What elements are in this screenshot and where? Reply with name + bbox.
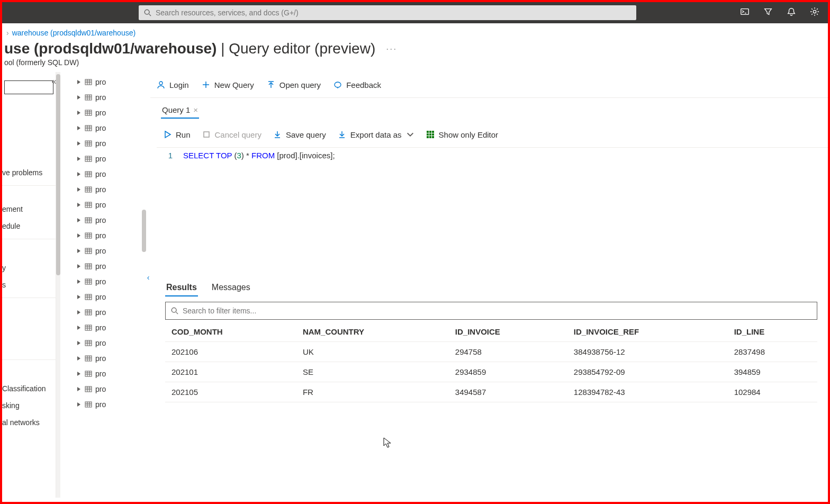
svg-rect-55 xyxy=(85,233,92,238)
page-title-row: use (prodsqldw01/warehouse) | Query edit… xyxy=(2,37,828,57)
table-node[interactable]: pro xyxy=(76,366,146,381)
cell: 102984 xyxy=(728,382,817,402)
svg-rect-120 xyxy=(204,132,209,137)
nav-item[interactable]: ve problems xyxy=(2,164,56,181)
table-node[interactable]: pro xyxy=(76,182,146,197)
svg-rect-127 xyxy=(432,131,434,133)
svg-rect-35 xyxy=(85,172,92,177)
run-button[interactable]: Run xyxy=(163,130,191,139)
code-line[interactable]: SELECT TOP (3) * FROM [prod].[invoices]; xyxy=(178,151,828,271)
table-node[interactable]: pro xyxy=(76,197,146,212)
settings-icon[interactable] xyxy=(810,7,819,19)
tab-label: Query 1 xyxy=(162,105,190,114)
table-node[interactable]: pro xyxy=(76,304,146,320)
global-search-input[interactable] xyxy=(156,8,631,17)
close-icon[interactable]: × xyxy=(193,105,198,114)
more-icon[interactable]: ··· xyxy=(386,43,397,55)
svg-rect-129 xyxy=(429,133,431,136)
cell: 202105 xyxy=(165,382,296,402)
table-node[interactable]: pro xyxy=(76,120,146,136)
global-search[interactable] xyxy=(139,5,636,20)
table-node[interactable]: pro xyxy=(76,243,146,258)
svg-rect-130 xyxy=(432,133,434,136)
cloud-shell-icon[interactable] xyxy=(740,7,750,19)
table-node[interactable]: pro xyxy=(76,151,146,166)
page-title: use (prodsqldw01/warehouse) | Query edit… xyxy=(4,40,375,57)
save-query-button[interactable]: Save query xyxy=(273,130,326,139)
table-node[interactable]: pro xyxy=(76,335,146,350)
svg-rect-20 xyxy=(85,125,92,131)
cell: 128394782-43 xyxy=(567,382,728,402)
results-filter-input[interactable] xyxy=(183,307,811,315)
nav-item[interactable]: sking xyxy=(2,397,56,414)
table-row[interactable]: 202105FR3494587128394782-43102984 xyxy=(165,382,817,402)
svg-point-115 xyxy=(159,82,163,85)
nav-item[interactable]: s xyxy=(2,276,56,293)
svg-rect-2 xyxy=(741,9,748,15)
table-node[interactable]: pro xyxy=(76,105,146,120)
table-node[interactable]: pro xyxy=(76,350,146,366)
svg-rect-125 xyxy=(427,131,429,133)
show-only-editor-button[interactable]: Show only Editor xyxy=(426,130,499,139)
table-node[interactable]: pro xyxy=(76,166,146,182)
vertical-splitter[interactable]: ‹ xyxy=(146,72,150,498)
tab-messages[interactable]: Messages xyxy=(211,280,251,296)
column-header[interactable]: ID_LINE xyxy=(728,322,817,342)
table-node[interactable]: pro xyxy=(76,89,146,105)
table-node[interactable]: pro xyxy=(76,320,146,335)
export-data-button[interactable]: Export data as xyxy=(338,130,414,139)
chevron-left-icon[interactable]: ‹ xyxy=(147,273,150,282)
table-node[interactable]: pro xyxy=(76,136,146,151)
search-icon xyxy=(171,307,178,314)
open-query-button[interactable]: Open query xyxy=(267,80,321,89)
tab-results[interactable]: Results xyxy=(165,280,198,296)
table-node[interactable]: pro xyxy=(76,381,146,397)
table-node[interactable]: pro xyxy=(76,228,146,243)
column-header[interactable]: NAM_COUNTRY xyxy=(296,322,449,342)
top-bar xyxy=(2,2,828,23)
nav-item[interactable]: Classification xyxy=(2,380,56,397)
table-node[interactable]: pro xyxy=(76,274,146,289)
login-button[interactable]: Login xyxy=(157,80,189,89)
line-gutter: 1 xyxy=(157,151,178,271)
query-tab[interactable]: Query 1 × xyxy=(161,102,199,119)
query-tabs: Query 1 × xyxy=(150,98,828,119)
table-node[interactable]: pro xyxy=(76,258,146,274)
nav-item[interactable]: y xyxy=(2,259,56,276)
table-row[interactable]: 202101SE2934859293854792-09394859 xyxy=(165,362,817,382)
results-filter[interactable] xyxy=(165,302,817,320)
nav-item[interactable]: ement xyxy=(2,201,56,218)
column-header[interactable]: COD_MONTH xyxy=(165,322,296,342)
cell: 394859 xyxy=(728,362,817,382)
breadcrumb-link[interactable]: warehouse (prodsqldw01/warehouse) xyxy=(12,29,136,37)
tree-scrollbar-right[interactable] xyxy=(142,210,146,252)
table-node[interactable]: pro xyxy=(76,397,146,412)
nav-item[interactable]: al networks xyxy=(2,414,56,431)
svg-rect-133 xyxy=(432,136,434,138)
svg-rect-100 xyxy=(85,371,92,376)
column-header[interactable]: ID_INVOICE_REF xyxy=(567,322,728,342)
svg-line-1 xyxy=(149,14,151,16)
nav-item[interactable]: edule xyxy=(2,218,56,235)
svg-rect-10 xyxy=(85,95,92,100)
cell: 202101 xyxy=(165,362,296,382)
notifications-icon[interactable] xyxy=(787,7,796,19)
left-nav: ve problems ement edule y s Classificati… xyxy=(2,72,56,498)
tree-scrollbar[interactable] xyxy=(56,72,60,498)
sql-editor[interactable]: 1 SELECT TOP (3) * FROM [prod].[invoices… xyxy=(157,147,828,274)
table-row[interactable]: 202106UK294758384938756-122837498 xyxy=(165,342,817,362)
chevron-right-icon: › xyxy=(6,29,9,37)
filter-icon[interactable] xyxy=(763,7,773,19)
table-node[interactable]: pro xyxy=(76,289,146,304)
table-node[interactable]: pro xyxy=(76,74,146,89)
column-header[interactable]: ID_INVOICE xyxy=(449,322,567,342)
cell: 2934859 xyxy=(449,362,567,382)
svg-rect-25 xyxy=(85,141,92,146)
svg-rect-30 xyxy=(85,156,92,161)
feedback-button[interactable]: Feedback xyxy=(333,80,381,89)
new-query-button[interactable]: New Query xyxy=(202,80,254,89)
table-node[interactable]: pro xyxy=(76,212,146,228)
page-subtitle: ool (formerly SQL DW) xyxy=(2,57,828,72)
cell: 293854792-09 xyxy=(567,362,728,382)
results-tabs: Results Messages xyxy=(165,280,817,296)
